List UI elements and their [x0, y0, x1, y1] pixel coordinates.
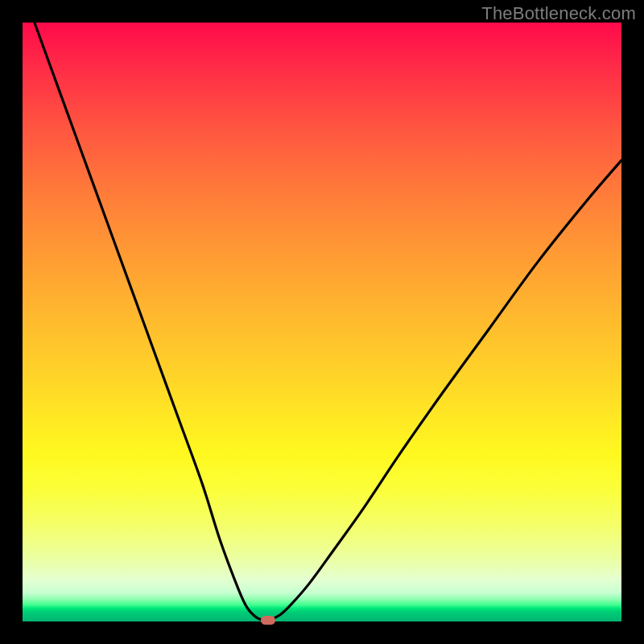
bottleneck-curve [23, 23, 621, 621]
watermark-text: TheBottleneck.com [481, 3, 636, 24]
chart-frame: TheBottleneck.com [0, 0, 644, 644]
optimal-marker [261, 616, 275, 625]
plot-area [23, 23, 621, 621]
